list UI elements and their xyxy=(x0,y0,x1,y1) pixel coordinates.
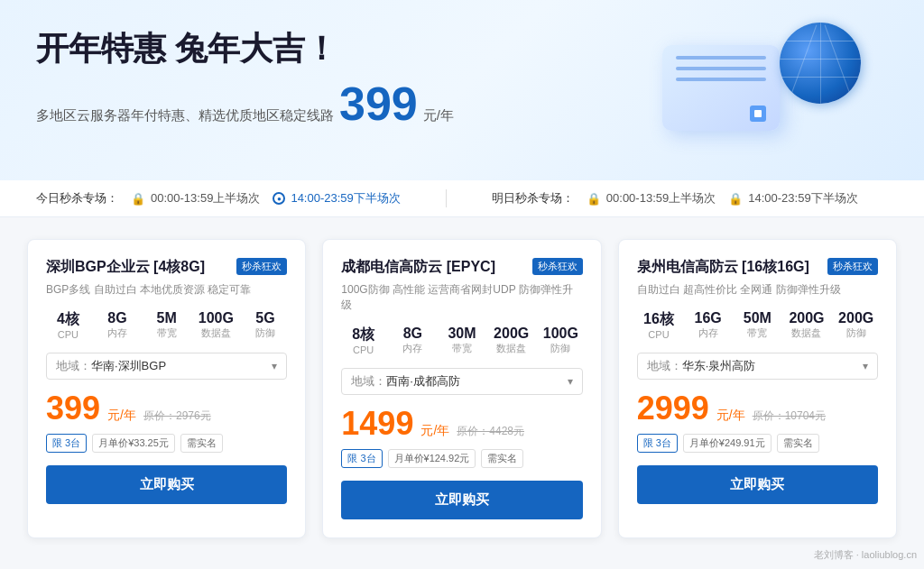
product-card-0: 深圳BGP企业云 [4核8G] 秒杀狂欢 BGP多线 自助过白 本地优质资源 稳… xyxy=(27,239,306,538)
price-row-2: 2999 元/年 原价：10704元 xyxy=(637,392,878,425)
spec-value-0-0: 4核 xyxy=(46,310,90,329)
spec-value-0-1: 8G xyxy=(96,310,140,326)
spec-label-0-4: 防御 xyxy=(244,326,288,340)
price-main-1: 1499 xyxy=(341,408,413,440)
card-header-2: 泉州电信高防云 [16核16G] 秒杀狂欢 xyxy=(637,258,878,277)
specs-grid-1: 8核 CPU 8G 内存 30M 带宽 200G 数据盘 100G 防御 xyxy=(341,326,582,355)
spec-item-2-0: 16核 CPU xyxy=(637,310,681,340)
card-title-0: 深圳BGP企业云 [4核8G] xyxy=(46,258,205,277)
spec-item-2-1: 16G 内存 xyxy=(686,310,730,340)
tag-2-1: 月单价¥249.91元 xyxy=(683,434,772,453)
product-card-1: 成都电信高防云 [EPYC] 秒杀狂欢 100G防御 高性能 运营商省网封UDP… xyxy=(322,239,601,538)
spec-item-0-4: 5G 防御 xyxy=(244,310,288,340)
price-original-1: 原价：4428元 xyxy=(457,424,524,439)
spec-item-0-1: 8G 内存 xyxy=(96,310,140,340)
spec-value-0-3: 100G xyxy=(194,310,238,326)
spec-value-1-1: 8G xyxy=(391,326,435,342)
spec-item-0-0: 4核 CPU xyxy=(46,310,90,340)
spec-label-1-4: 防御 xyxy=(539,342,583,355)
card-desc-0: BGP多线 自助过白 本地优质资源 稳定可靠 xyxy=(46,282,287,298)
today-slot1-text: 00:00-13:59上半场次 xyxy=(151,190,260,206)
spec-value-1-3: 200G xyxy=(489,326,533,342)
spec-value-2-0: 16核 xyxy=(637,310,681,329)
buy-button-0[interactable]: 立即购买 xyxy=(46,465,287,504)
region-select-1[interactable]: 地域：西南·成都高防 ▾ xyxy=(341,368,582,395)
card-title-1: 成都电信高防云 [EPYC] xyxy=(341,258,495,277)
tomorrow-slot2-text: 14:00-23:59下半场次 xyxy=(748,190,857,206)
spec-item-1-4: 100G 防御 xyxy=(539,326,583,355)
buy-button-2[interactable]: 立即购买 xyxy=(637,465,878,504)
spec-label-2-1: 内存 xyxy=(686,326,730,340)
tags-row-0: 限 3台月单价¥33.25元需实名 xyxy=(46,434,287,453)
spec-label-1-3: 数据盘 xyxy=(489,342,533,355)
product-card-2: 泉州电信高防云 [16核16G] 秒杀狂欢 自助过白 超高性价比 全网通 防御弹… xyxy=(618,239,897,538)
badge-sale-2: 秒杀狂欢 xyxy=(827,258,878,275)
today-flash-section: 今日秒杀专场： 🔒 00:00-13:59上半场次 ● 14:00-23:59下… xyxy=(36,190,401,206)
tomorrow-flash-section: 明日秒杀专场： 🔒 00:00-13:59上半场次 🔒 14:00-23:59下… xyxy=(492,190,858,206)
card-title-2: 泉州电信高防云 [16核16G] xyxy=(637,258,809,277)
region-label-1: 地域：西南·成都高防 xyxy=(351,373,460,390)
flash-bar-divider xyxy=(446,189,447,207)
tag-1-2: 需实名 xyxy=(481,449,523,468)
tag-0-0: 限 3台 xyxy=(46,434,87,453)
spec-label-1-2: 带宽 xyxy=(440,342,485,355)
spec-value-0-4: 5G xyxy=(244,310,288,326)
spec-label-1-0: CPU xyxy=(341,344,385,355)
clock-icon-1: ● xyxy=(273,192,285,205)
spec-item-0-3: 100G 数据盘 xyxy=(194,310,238,340)
price-unit-0: 元/年 xyxy=(107,408,136,424)
badge-sale-0: 秒杀狂欢 xyxy=(236,258,287,275)
spec-label-2-3: 数据盘 xyxy=(785,326,829,340)
spec-item-1-3: 200G 数据盘 xyxy=(489,326,533,355)
spec-label-2-0: CPU xyxy=(637,329,681,340)
region-select-2[interactable]: 地域：华东·泉州高防 ▾ xyxy=(637,353,878,380)
banner-price-unit: 元/年 xyxy=(423,107,454,124)
today-label: 今日秒杀专场： xyxy=(36,190,118,206)
lock-icon-3: 🔒 xyxy=(728,192,743,206)
today-slot1: 🔒 00:00-13:59上半场次 xyxy=(131,190,260,206)
price-row-0: 399 元/年 原价：2976元 xyxy=(46,392,287,425)
price-unit-2: 元/年 xyxy=(716,408,745,424)
lock-icon-2: 🔒 xyxy=(587,192,601,206)
today-slot2-text: 14:00-23:59下半场次 xyxy=(291,190,400,206)
region-label-2: 地域：华东·泉州高防 xyxy=(647,358,756,374)
tomorrow-slot1: 🔒 00:00-13:59上半场次 xyxy=(587,190,716,206)
region-select-0[interactable]: 地域：华南·深圳BGP ▾ xyxy=(46,353,287,380)
tag-0-1: 月单价¥33.25元 xyxy=(92,434,175,453)
card-header-1: 成都电信高防云 [EPYC] 秒杀狂欢 xyxy=(341,258,582,277)
lock-icon-1: 🔒 xyxy=(131,192,145,206)
price-main-0: 399 xyxy=(46,392,100,425)
banner-subtitle-text: 多地区云服务器年付特惠、精选优质地区稳定线路 xyxy=(36,107,334,124)
tomorrow-slot2: 🔒 14:00-23:59下半场次 xyxy=(728,190,857,206)
products-area: 深圳BGP企业云 [4核8G] 秒杀狂欢 BGP多线 自助过白 本地优质资源 稳… xyxy=(0,217,924,560)
tag-1-1: 月单价¥124.92元 xyxy=(388,449,476,468)
price-main-2: 2999 xyxy=(637,392,709,425)
spec-value-1-0: 8核 xyxy=(341,326,385,344)
card-desc-2: 自助过白 超高性价比 全网通 防御弹性升级 xyxy=(637,282,878,298)
buy-button-1[interactable]: 立即购买 xyxy=(341,481,582,519)
spec-value-1-4: 100G xyxy=(539,326,583,342)
banner-price: 399 xyxy=(339,80,418,127)
card-desc-1: 100G防御 高性能 运营商省网封UDP 防御弹性升级 xyxy=(341,282,582,313)
spec-label-0-1: 内存 xyxy=(96,326,140,340)
spec-value-2-4: 200G xyxy=(834,310,878,326)
tomorrow-label: 明日秒杀专场： xyxy=(492,190,574,206)
chevron-down-icon-2: ▾ xyxy=(863,360,868,372)
tag-2-2: 需实名 xyxy=(777,434,819,453)
spec-value-2-3: 200G xyxy=(785,310,829,326)
tag-0-2: 需实名 xyxy=(180,434,223,453)
spec-label-0-2: 带宽 xyxy=(144,326,189,340)
tags-row-2: 限 3台月单价¥249.91元需实名 xyxy=(637,434,878,453)
chevron-down-icon-0: ▾ xyxy=(272,360,277,372)
spec-label-2-2: 带宽 xyxy=(735,326,780,340)
spec-item-1-0: 8核 CPU xyxy=(341,326,385,355)
spec-label-1-1: 内存 xyxy=(391,342,435,355)
spec-item-2-4: 200G 防御 xyxy=(834,310,878,340)
spec-value-0-2: 5M xyxy=(144,310,189,326)
spec-item-1-2: 30M 带宽 xyxy=(440,326,485,355)
tag-2-0: 限 3台 xyxy=(637,434,678,453)
spec-label-2-4: 防御 xyxy=(834,326,878,340)
tag-1-0: 限 3台 xyxy=(341,449,382,468)
region-label-0: 地域：华南·深圳BGP xyxy=(56,358,166,374)
spec-value-2-2: 50M xyxy=(735,310,780,326)
